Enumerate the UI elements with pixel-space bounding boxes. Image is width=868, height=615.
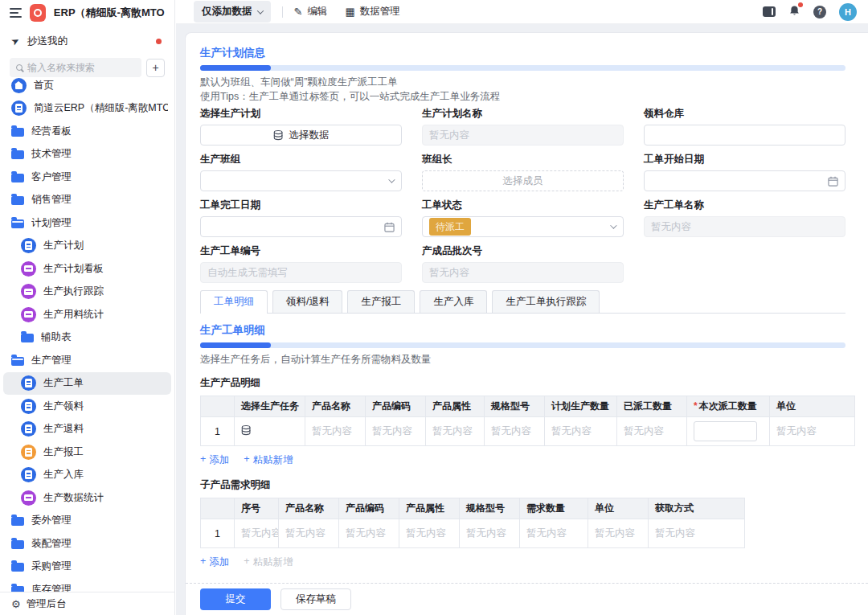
data-management-button[interactable]: 数据管理 — [345, 5, 399, 18]
status-badge: 待派工 — [429, 218, 471, 236]
topbar-right: H — [763, 3, 857, 21]
main-area: 生产计划信息 默认为班组、车间做“周”颗粒度生产派工工单 使用Tips：生产工单… — [176, 24, 868, 615]
folder-icon — [11, 196, 24, 205]
sidebar-item-tech-mgmt[interactable]: 技术管理 — [0, 143, 174, 166]
dispatch-qty-input[interactable] — [694, 421, 757, 441]
tab-execution-tracking[interactable]: 生产工单执行跟踪 — [492, 290, 600, 313]
folder-icon — [11, 517, 24, 526]
sidebar-item-outsourcing-mgmt[interactable]: 委外管理 — [0, 510, 174, 533]
cc-to-me-label: 抄送我的 — [27, 35, 68, 48]
topbar: 仅添加数据 编辑 数据管理 H — [176, 0, 868, 24]
hamburger-menu-icon[interactable] — [10, 8, 22, 18]
folder-icon — [11, 563, 24, 572]
field-team: 生产班组 — [200, 153, 402, 191]
toolbar-divider — [282, 6, 283, 18]
sidebar-item-customer-mgmt[interactable]: 客户管理 — [0, 166, 174, 189]
dashboard-icon — [21, 284, 36, 299]
edit-button[interactable]: 编辑 — [294, 5, 328, 18]
products-table: 选择生产任务 产品名称 产品编码 产品属性 规格型号 计划生产数量 已派工数量 … — [200, 396, 855, 446]
sidebar-item-home[interactable]: 首页 — [0, 74, 174, 97]
add-data-mode-dropdown[interactable]: 仅添加数据 — [194, 1, 271, 23]
sidebar-item-production-work-order[interactable]: 生产工单 — [3, 372, 171, 396]
select-member-button[interactable]: 选择成员 — [422, 170, 624, 191]
tab-picking-return[interactable]: 领料/退料 — [272, 290, 342, 313]
select-task-cell[interactable] — [235, 417, 305, 446]
sidebar-item-production-plan[interactable]: 生产计划 — [0, 235, 174, 258]
sidebar-item-production-tracking[interactable]: 生产执行跟踪 — [0, 281, 174, 304]
sidebar-item-business-board[interactable]: 经营看板 — [0, 120, 174, 143]
gear-icon — [11, 599, 21, 609]
add-row-link[interactable]: 添加 — [200, 556, 229, 569]
report-icon — [21, 445, 36, 460]
products-table-row: 1 暂无内容 暂无内容 暂无内容 暂无内容 暂无内容 暂无内容 暂无内容 — [201, 417, 855, 446]
field-batch-no: 产成品批次号 暂无内容 — [422, 244, 624, 283]
sidebar-item-jdy-erp[interactable]: 简道云ERP（精细版-离散MTO）「... — [0, 97, 174, 121]
sidebar-item-production-return[interactable]: 生产退料 — [0, 418, 174, 441]
team-select[interactable] — [200, 170, 402, 191]
sidebar-item-production-picking[interactable]: 生产领料 — [0, 395, 174, 418]
document-icon — [21, 399, 36, 414]
sidebar-item-plan-mgmt[interactable]: 计划管理 — [0, 211, 174, 235]
field-start-date: 工单开始日期 — [644, 153, 845, 191]
app-title: ERP（精细版-离散MTO） — [54, 6, 165, 20]
document-icon — [21, 467, 36, 482]
side-panel-icon[interactable] — [763, 6, 776, 17]
tab-production-reporting[interactable]: 生产报工 — [347, 290, 415, 313]
children-table-row: 1 暂无内容 暂无内容 暂无内容 暂无内容 暂无内容 暂无内容 暂无内容 暂无内… — [201, 519, 745, 548]
sidebar-item-production-data-stats[interactable]: 生产数据统计 — [0, 486, 174, 510]
section-title-plan-info: 生产计划信息 — [200, 46, 845, 60]
sidebar-item-auxiliary-table[interactable]: 辅助表 — [0, 326, 174, 350]
field-plan-name: 生产计划名称 暂无内容 — [422, 107, 624, 146]
sidebar-item-assembly-mgmt[interactable]: 装配管理 — [0, 532, 174, 556]
sidebar-item-production-mgmt[interactable]: 生产管理 — [0, 349, 174, 372]
paste-add-link[interactable]: 粘贴新增 — [244, 453, 293, 467]
chevron-down-icon — [256, 7, 263, 14]
sidebar-item-production-inbound[interactable]: 生产入库 — [0, 464, 174, 487]
sidebar: ERP（精细版-离散MTO） 抄送我的 输入名称来搜索 首页 简道云ERP（精细… — [0, 0, 175, 615]
folder-icon — [11, 174, 24, 182]
sidebar-header: ERP（精细版-离散MTO） — [0, 0, 174, 26]
plan-name-input: 暂无内容 — [422, 125, 624, 146]
batch-no-input: 暂无内容 — [422, 262, 624, 283]
field-select-plan: 选择生产计划 选择数据 — [200, 107, 402, 146]
sidebar-item-inventory-mgmt[interactable]: 库存管理 — [0, 578, 174, 592]
search-placeholder: 输入名称来搜索 — [27, 61, 95, 75]
dashboard-icon — [21, 490, 36, 506]
sidebar-item-purchase-mgmt[interactable]: 采购管理 — [0, 556, 174, 579]
sidebar-item-production-reporting[interactable]: 生产报工 — [0, 441, 174, 464]
sidebar-item-production-plan-board[interactable]: 生产计划看板 — [0, 257, 174, 281]
sidebar-item-production-material-stats[interactable]: 生产用料统计 — [0, 303, 174, 326]
cc-to-me-item[interactable]: 抄送我的 — [0, 29, 174, 53]
notifications-bell-icon[interactable] — [788, 5, 800, 19]
section-progress-bar — [200, 342, 845, 348]
start-date-input[interactable] — [644, 170, 845, 191]
tab-production-inbound[interactable]: 生产入库 — [420, 290, 487, 313]
folder-icon — [11, 150, 24, 159]
grid-icon — [345, 6, 354, 18]
tab-work-order-detail[interactable]: 工单明细 — [200, 290, 268, 313]
end-date-input[interactable] — [200, 216, 402, 237]
add-row-link[interactable]: 添加 — [200, 453, 229, 467]
home-icon — [11, 78, 27, 93]
user-avatar[interactable]: H — [839, 3, 857, 21]
subtable-title-children: 子产品需求明细 — [200, 478, 845, 492]
plus-icon — [244, 556, 249, 569]
select-data-button[interactable]: 选择数据 — [200, 125, 402, 146]
help-icon[interactable] — [813, 6, 826, 18]
plus-icon — [200, 556, 206, 569]
form-card: 生产计划信息 默认为班组、车间做“周”颗粒度生产派工工单 使用Tips：生产工单… — [185, 32, 868, 615]
warehouse-input[interactable] — [644, 125, 845, 146]
unread-dot — [156, 39, 162, 44]
form-grid: 选择生产计划 选择数据 生产计划名称 暂无内容 领料仓库 — [200, 107, 845, 290]
submit-button[interactable]: 提交 — [200, 588, 271, 610]
admin-backend-button[interactable]: 管理后台 — [0, 592, 174, 615]
folder-icon — [11, 540, 24, 549]
section-progress-bar — [200, 65, 845, 71]
chevron-down-icon — [610, 222, 616, 228]
field-warehouse: 领料仓库 — [644, 107, 845, 146]
field-order-name: 生产工单名称 暂无内容 — [644, 199, 845, 237]
status-select[interactable]: 待派工 — [422, 216, 624, 237]
document-icon — [21, 375, 36, 391]
sidebar-item-sales-mgmt[interactable]: 销售管理 — [0, 189, 174, 212]
save-draft-button[interactable]: 保存草稿 — [280, 588, 351, 610]
